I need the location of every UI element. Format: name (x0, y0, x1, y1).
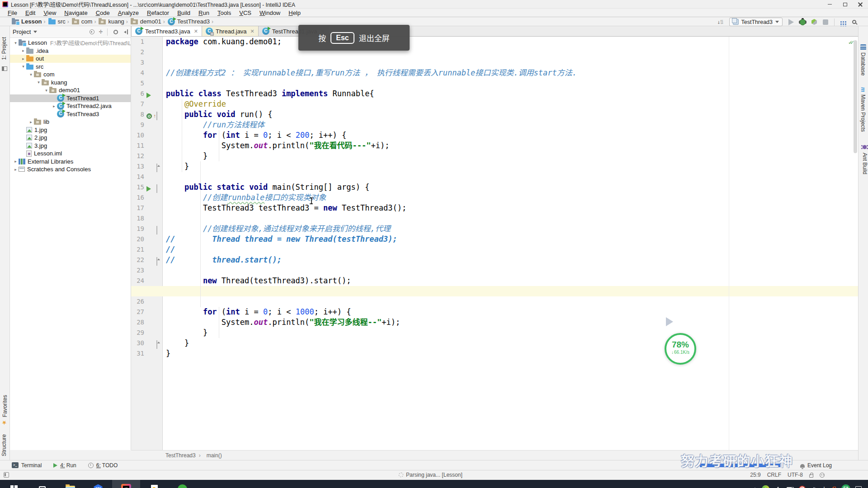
project-stripe-icon[interactable] (2, 66, 7, 71)
fold-marker-icon[interactable] (156, 112, 157, 120)
run-gutter-icon[interactable] (146, 91, 151, 99)
code-editor[interactable]: 1234567891011121314151617181920212223242… (131, 37, 858, 450)
gutter-line-12[interactable]: 12 (131, 151, 162, 161)
fold-marker-icon[interactable] (156, 340, 157, 349)
tree-item-kuang[interactable]: ▾kuang (10, 79, 131, 87)
run-configuration-select[interactable]: TestThread3 (729, 18, 783, 26)
tree-chevron-icon[interactable]: ▾ (43, 88, 49, 93)
tree-chevron-icon[interactable]: ▾ (36, 80, 42, 84)
menu-code[interactable]: Code (92, 9, 114, 16)
gutter-line-4[interactable]: 4 (131, 68, 162, 78)
run-button[interactable] (788, 19, 794, 25)
gutter-line-24[interactable]: 24 (131, 276, 162, 286)
tree-item-external-libraries[interactable]: ▸External Libraries (10, 158, 131, 166)
hector-icon[interactable] (820, 473, 825, 478)
tree-item-testthread3[interactable]: TestThread3 (10, 110, 131, 118)
override-gutter-icon[interactable] (146, 112, 152, 120)
file-encoding[interactable]: UTF-8 (788, 472, 803, 478)
hide-panel-icon[interactable] (124, 29, 128, 34)
stop-button[interactable] (823, 19, 828, 25)
gutter-line-7[interactable]: 7 (131, 99, 162, 109)
gutter-line-16[interactable]: 16 (131, 192, 162, 203)
breadcrumb-item[interactable]: kuang (99, 18, 124, 25)
menu-build[interactable]: Build (173, 9, 194, 16)
tree-chevron-icon[interactable]: ▾ (28, 72, 34, 77)
gutter-line-29[interactable]: 29 (131, 328, 162, 338)
gutter-line-11[interactable]: 11 (131, 141, 162, 151)
toolwindow-button-terminal[interactable]: Terminal (12, 462, 42, 469)
gutter-line-20[interactable]: 20 (131, 234, 162, 244)
sidebar-item-favorites[interactable]: ★Favorites (1, 395, 9, 426)
project-panel-title[interactable]: Project (13, 28, 31, 35)
breadcrumb-item[interactable]: src (48, 18, 66, 25)
taskbar-app-taskview[interactable] (28, 480, 56, 488)
taskbar-app-start[interactable] (0, 480, 28, 488)
inspection-status-icon[interactable]: ✓✓ (848, 39, 852, 46)
gutter-line-5[interactable]: 5 (131, 78, 162, 89)
gutter-line-2[interactable]: 2 (131, 47, 162, 57)
search-everywhere-icon[interactable] (852, 20, 856, 24)
tree-chevron-icon[interactable]: ▸ (28, 120, 34, 124)
close-button[interactable] (853, 0, 868, 9)
tree-chevron-icon[interactable]: ▸ (20, 56, 26, 61)
editor-tab[interactable]: TestThread3.java✕ (131, 26, 202, 36)
sidebar-item-maven-projects[interactable]: Maven Projects (860, 87, 866, 132)
menu-edit[interactable]: Edit (21, 9, 39, 16)
tree-item-3-jpg[interactable]: 3.jpg (10, 142, 131, 150)
type-hierarchy-icon[interactable] (717, 19, 723, 25)
toolwindow-button-eventlog[interactable]: Event Log (800, 462, 832, 469)
sidebar-item-project[interactable]: 1: Project (1, 37, 7, 60)
tree-item-lesson[interactable]: ▾LessonF:\教学\班级\Demo\代码\Thread\Lesson (10, 39, 131, 47)
breadcrumb-item[interactable]: Lesson (12, 18, 42, 25)
menu-file[interactable]: File (4, 9, 21, 16)
gutter-line-30[interactable]: 30 (131, 338, 162, 348)
breadcrumb-method[interactable]: main() (207, 452, 222, 459)
sidebar-item-ant-build[interactable]: Ant Build (860, 144, 868, 174)
tree-chevron-icon[interactable]: ▸ (13, 159, 19, 164)
breadcrumb-item[interactable]: demo01 (131, 18, 161, 25)
gutter-line-17[interactable]: 17 (131, 203, 162, 213)
gutter-line-8[interactable]: 8 (131, 109, 162, 120)
taskbar-app-explorer[interactable] (56, 480, 84, 488)
gutter-line-18[interactable]: 18 (131, 213, 162, 224)
gutter-line-27[interactable]: 27 (131, 307, 162, 317)
menu-analyze[interactable]: Analyze (114, 9, 143, 16)
network-float-ball[interactable]: 78% 66.1K/s (665, 333, 696, 365)
tree-chevron-icon[interactable]: ▸ (51, 104, 57, 108)
gutter-line-14[interactable]: 14 (131, 172, 162, 182)
collapse-all-icon[interactable] (99, 28, 103, 35)
sidebar-item-database[interactable]: Database (860, 44, 866, 75)
fold-marker-icon[interactable] (156, 184, 157, 193)
toolwindow-button-todo[interactable]: 6: TODO (88, 462, 118, 469)
menu-view[interactable]: View (39, 9, 60, 16)
menu-tools[interactable]: Tools (213, 9, 235, 16)
taskbar-app-browser[interactable] (168, 480, 196, 488)
gutter-line-10[interactable]: 10 (131, 130, 162, 141)
tree-chevron-icon[interactable]: ▸ (13, 167, 19, 172)
line-separator[interactable]: CRLF (767, 472, 781, 478)
tree-item-lesson-iml[interactable]: Lesson.iml (10, 150, 131, 158)
tree-chevron-icon[interactable]: ▸ (20, 48, 26, 53)
editor-tab[interactable]: Thread.java✕ (202, 26, 259, 36)
menu-vcs[interactable]: VCS (235, 9, 255, 16)
gutter-line-3[interactable]: 3 (131, 57, 162, 68)
tree-item-1-jpg[interactable]: 1.jpg (10, 126, 131, 134)
tree-item-lib[interactable]: ▸lib (10, 118, 131, 126)
tree-chevron-icon[interactable]: ▾ (13, 41, 19, 45)
tree-item-testthread1[interactable]: TestThread1 (10, 94, 131, 103)
gutter-line-19[interactable]: 19 (131, 224, 162, 234)
tool-window-toggle-icon[interactable] (4, 472, 9, 478)
breadcrumb-item[interactable]: com (72, 18, 93, 25)
tree-chevron-icon[interactable]: ▾ (20, 64, 26, 69)
tree-item-demo01[interactable]: ▾demo01 (10, 86, 131, 94)
menu-refactor[interactable]: Refactor (143, 9, 173, 16)
coverage-button[interactable] (811, 19, 817, 25)
breadcrumb-item[interactable]: TestThread3 (168, 18, 210, 25)
gutter-line-23[interactable]: 23 (131, 265, 162, 276)
grid-tool-icon[interactable] (840, 21, 842, 23)
tray-sogou-icon[interactable]: S (832, 485, 836, 488)
tray-ime-icon[interactable]: 中 (821, 485, 827, 488)
chevron-down-icon[interactable] (33, 31, 37, 33)
debug-button[interactable] (800, 19, 806, 25)
gear-icon[interactable] (113, 30, 118, 34)
